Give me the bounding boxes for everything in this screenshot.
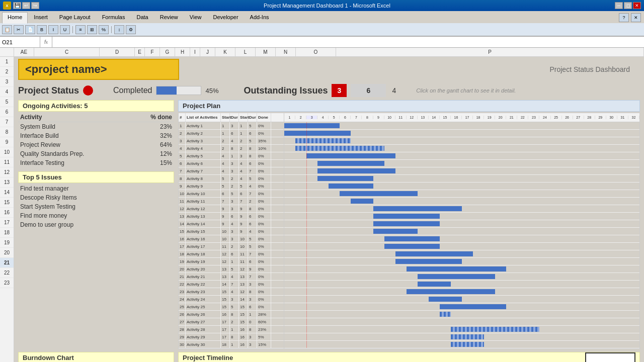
gantt-cell-num-2: 3 xyxy=(179,137,186,144)
row-22[interactable]: 22 xyxy=(0,268,14,278)
col-h[interactable]: H xyxy=(175,48,190,56)
tab-review[interactable]: Review xyxy=(154,12,184,23)
restore-btn[interactable]: ◻ xyxy=(624,2,632,9)
row-21[interactable]: 21 xyxy=(0,258,14,268)
col-c[interactable]: C xyxy=(34,48,100,56)
week-indicator-25 xyxy=(306,311,307,318)
row-3[interactable]: 3 xyxy=(0,77,14,87)
minimize-btn[interactable]: ─ xyxy=(615,2,623,9)
row-13[interactable]: 13 xyxy=(0,177,14,188)
tool-8[interactable]: ⊞ xyxy=(87,25,97,34)
row-18[interactable]: 18 xyxy=(0,228,14,238)
gantt-cell-name-10: Activity 11 xyxy=(186,198,221,205)
gantt-cell-name-29: Activity 30 xyxy=(186,341,221,348)
col-e[interactable]: E xyxy=(135,48,145,56)
gantt-cell-num-18: 19 xyxy=(179,258,186,265)
tool-9[interactable]: % xyxy=(99,25,109,34)
gantt-cell-start2-9: 6 xyxy=(239,190,248,197)
gantt-cell-name-14: Activity 15 xyxy=(186,228,221,235)
row-11[interactable]: 11 xyxy=(0,157,14,167)
tool-11[interactable]: ⚙ xyxy=(126,25,136,34)
col-g[interactable]: G xyxy=(160,48,175,56)
row-6[interactable]: 6 xyxy=(0,107,14,117)
gantt-week-headers: 1234567891011121314151617181920212223242… xyxy=(284,113,639,122)
help-icon[interactable]: ? xyxy=(619,13,629,22)
gantt-cell-name-9: Activity 10 xyxy=(186,190,221,197)
col-o[interactable]: O xyxy=(296,48,336,56)
quick-access[interactable]: 💾 ↩ ↪ xyxy=(13,2,39,9)
week-indicator-11 xyxy=(306,205,307,212)
col-j[interactable]: J xyxy=(200,48,215,56)
close-btn[interactable]: ✕ xyxy=(633,2,641,9)
week-indicator-0 xyxy=(306,122,307,129)
close-ribbon-btn[interactable]: ✕ xyxy=(631,13,641,22)
col-n[interactable]: N xyxy=(276,48,296,56)
save-quick-btn[interactable]: 💾 xyxy=(13,2,21,9)
row-8[interactable]: 8 xyxy=(0,127,14,137)
tool-1[interactable]: 📋 xyxy=(2,25,12,34)
gantt-cell-start1-22: 15 xyxy=(221,288,230,295)
cell-reference[interactable]: O21 xyxy=(0,37,40,47)
activities-table: Activity % done System Build23%Interface… xyxy=(18,113,174,167)
gantt-cell-dur2-4: 8 xyxy=(248,152,257,159)
gantt-cell-num-20: 21 xyxy=(179,273,186,280)
tab-home[interactable]: Home xyxy=(2,12,28,24)
tab-view[interactable]: View xyxy=(184,12,207,23)
row-9[interactable]: 9 xyxy=(0,137,14,147)
gantt-bar-27 xyxy=(451,327,540,332)
col-d[interactable]: D xyxy=(100,48,135,56)
row-16[interactable]: 16 xyxy=(0,208,14,218)
row-5[interactable]: 5 xyxy=(0,97,14,107)
row-19[interactable]: 19 xyxy=(0,238,14,248)
row-4[interactable]: 4 xyxy=(0,87,14,97)
gantt-cell-start2-28: 16 xyxy=(239,333,248,340)
fx-button[interactable]: fx xyxy=(40,37,52,47)
col-m[interactable]: M xyxy=(256,48,276,56)
tab-developer[interactable]: Developer xyxy=(207,12,244,23)
undo-quick-btn[interactable]: ↩ xyxy=(22,2,30,9)
gantt-bar-row-24 xyxy=(284,303,639,311)
row-15[interactable]: 15 xyxy=(0,198,14,208)
redo-quick-btn[interactable]: ↪ xyxy=(31,2,39,9)
tab-add-ins[interactable]: Add-Ins xyxy=(245,12,275,23)
row-17[interactable]: 17 xyxy=(0,218,14,228)
gantt-cell-dur2-3: 8 xyxy=(248,145,257,152)
project-name-cell[interactable]: <project name> xyxy=(18,59,179,80)
row-23[interactable]: 23 xyxy=(0,278,14,288)
gantt-cell-dur1-28: 8 xyxy=(230,333,239,340)
gantt-cell-dur2-28: 3 xyxy=(248,333,257,340)
gantt-cell-num-9: 10 xyxy=(179,190,186,197)
gantt-cell-done-21: 0% xyxy=(257,281,271,288)
tool-2[interactable]: ✂ xyxy=(14,25,24,34)
row-12[interactable]: 12 xyxy=(0,167,14,177)
row-1[interactable]: 1 xyxy=(0,57,14,67)
window-controls[interactable]: ─ ◻ ✕ xyxy=(615,2,641,9)
row-14[interactable]: 14 xyxy=(0,188,14,198)
tool-3[interactable]: 📄 xyxy=(25,25,35,34)
col-f[interactable]: F xyxy=(145,48,160,56)
tab-insert[interactable]: Insert xyxy=(28,12,53,23)
tool-6[interactable]: U xyxy=(60,25,70,34)
col-i[interactable]: I xyxy=(190,48,200,56)
window-title: Project Management Dashboard 1 - Microso… xyxy=(39,3,615,9)
gantt-cell-start2-2: 2 xyxy=(239,137,248,144)
tool-4[interactable]: B xyxy=(37,25,47,34)
tool-5[interactable]: I xyxy=(48,25,58,34)
tab-formulas[interactable]: Formulas xyxy=(97,12,131,23)
week-header-25: 26 xyxy=(562,116,573,119)
row-10[interactable]: 10 xyxy=(0,147,14,157)
col-ae[interactable]: AE xyxy=(14,48,34,56)
tool-10[interactable]: ↕ xyxy=(114,25,124,34)
gantt-cell-done-0: 0% xyxy=(257,122,271,129)
tab-page-layout[interactable]: Page Layout xyxy=(54,12,96,23)
col-l[interactable]: L xyxy=(235,48,256,56)
row-2[interactable]: 2 xyxy=(0,67,14,77)
col-p[interactable]: P xyxy=(336,48,644,56)
tool-7[interactable]: ≡ xyxy=(75,25,86,34)
row-20[interactable]: 20 xyxy=(0,248,14,258)
row-7[interactable]: 7 xyxy=(0,117,14,127)
gantt-chart-area[interactable]: 1234567891011121314151617181920212223242… xyxy=(284,113,639,348)
tab-data[interactable]: Data xyxy=(131,12,153,23)
col-k[interactable]: K xyxy=(215,48,235,56)
gantt-cell-start2-24: 15 xyxy=(239,303,248,310)
